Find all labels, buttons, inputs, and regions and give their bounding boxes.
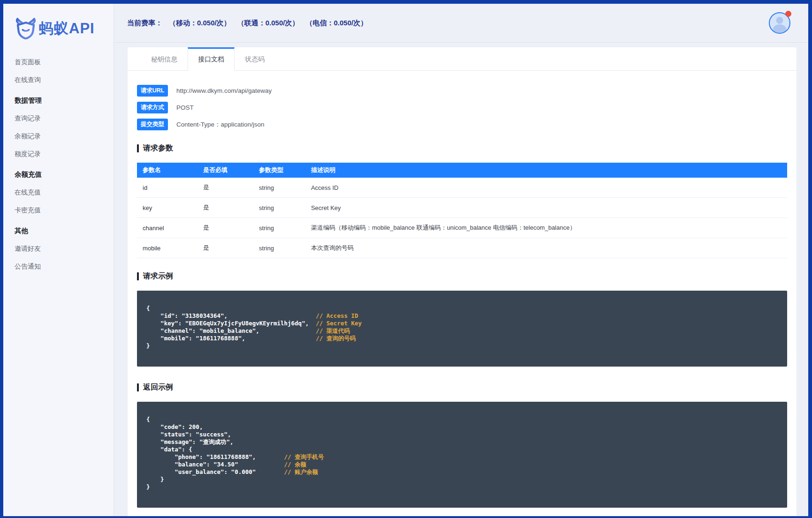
code-comment: // Secret Key xyxy=(316,320,362,327)
browser-chrome-artifact-line xyxy=(206,3,348,4)
sidebar-item-在线查询[interactable]: 在线查询 xyxy=(3,71,114,89)
table-cell: id xyxy=(137,178,197,198)
table-cell: key xyxy=(137,198,197,218)
sidebar-section-header: 余额充值 xyxy=(3,165,114,184)
sidebar-section-header: 数据管理 xyxy=(3,91,114,110)
section-bar xyxy=(137,272,139,280)
table-cell: string xyxy=(253,218,305,238)
params-table-body: id是stringAccess IDkey是stringSecret Keych… xyxy=(137,178,787,258)
sidebar-item-额度记录[interactable]: 额度记录 xyxy=(3,145,114,163)
sidebar: 蚂蚁API 首页面板在线查询数据管理查询记录余额记录额度记录余额充值在线充值卡密… xyxy=(3,4,114,516)
brand-name: 蚂蚁API xyxy=(39,19,95,38)
table-header-cell: 参数名 xyxy=(137,163,197,178)
code-line: } xyxy=(146,342,778,350)
response-example-code: { "code": 200, "status": "success", "mes… xyxy=(137,402,787,508)
table-cell: string xyxy=(253,178,305,198)
tab-状态码[interactable]: 状态码 xyxy=(235,47,275,70)
tab-bar: 秘钥信息接口文档状态码 xyxy=(128,47,797,71)
section-title-text: 请求参数 xyxy=(143,143,173,153)
code-line: } xyxy=(146,476,778,483)
code-text: { xyxy=(146,416,150,423)
code-text: "key": "EBOEGqUx7yIjcFyU8egvKEyrmilhj6dq… xyxy=(146,320,316,327)
request-info-value: http://www.dkym.com/api/gateway xyxy=(176,87,272,94)
brand-logo[interactable]: 蚂蚁API xyxy=(3,4,114,46)
sidebar-item-余额记录[interactable]: 余额记录 xyxy=(3,128,114,145)
sidebar-item-查询记录[interactable]: 查询记录 xyxy=(3,110,114,128)
code-text: { xyxy=(146,305,150,312)
code-comment: // 查询的号码 xyxy=(316,335,356,342)
tab-接口文档[interactable]: 接口文档 xyxy=(188,47,235,71)
params-section-title: 请求参数 xyxy=(137,143,787,153)
table-cell: string xyxy=(253,198,305,218)
params-table: 参数名是否必填参数类型描述说明 id是stringAccess IDkey是st… xyxy=(137,163,787,258)
request-info-row: 请求URLhttp://www.dkym.com/api/gateway xyxy=(137,85,787,97)
table-cell: channel xyxy=(137,218,197,238)
main-column: 当前费率： （移动：0.050/次）（联通：0.050/次）（电信：0.050/… xyxy=(114,4,808,516)
table-cell: 是 xyxy=(197,198,253,218)
params-table-header-row: 参数名是否必填参数类型描述说明 xyxy=(137,163,787,178)
user-avatar[interactable] xyxy=(769,12,790,34)
request-example-title: 请求示例 xyxy=(137,271,787,281)
code-text: "data": { xyxy=(146,446,192,453)
main-content: 秘钥信息接口文档状态码 请求URLhttp://www.dkym.com/api… xyxy=(114,43,808,518)
request-info-row: 提交类型Content-Type：application/json xyxy=(137,119,787,130)
code-line: "user_balance": "0.000" // 账户余额 xyxy=(146,468,778,476)
code-comment: // 账户余额 xyxy=(284,468,319,475)
sidebar-item-邀请好友[interactable]: 邀请好友 xyxy=(3,240,114,258)
ant-icon xyxy=(14,18,38,39)
table-cell: Secret Key xyxy=(305,198,787,218)
section-title-text: 返回示例 xyxy=(143,383,173,392)
table-cell: mobile xyxy=(137,238,197,258)
table-row: id是stringAccess ID xyxy=(137,178,787,198)
code-line: "balance": "34.50" // 余额 xyxy=(146,461,778,468)
sidebar-item-在线充值[interactable]: 在线充值 xyxy=(3,184,114,202)
code-text: "message": "查询成功", xyxy=(146,438,233,445)
sidebar-item-首页面板[interactable]: 首页面板 xyxy=(3,53,114,71)
code-line: "mobile": "18611768888", // 查询的号码 xyxy=(146,335,778,342)
code-text: "user_balance": "0.000" xyxy=(146,468,284,475)
section-bar xyxy=(137,383,139,391)
table-cell: 是 xyxy=(197,178,253,198)
table-cell: string xyxy=(253,238,305,258)
code-text: "code": 200, xyxy=(146,423,203,430)
table-row: mobile是string本次查询的号码 xyxy=(137,238,787,258)
rate-label: 当前费率： xyxy=(127,19,162,28)
code-line: { xyxy=(146,416,778,423)
code-line: "channel": "mobile_balance", // 渠道代码 xyxy=(146,327,778,335)
sidebar-section-header: 其他 xyxy=(3,222,114,240)
request-info-value: Content-Type：application/json xyxy=(176,120,265,129)
code-text: } xyxy=(146,342,150,349)
code-comment: // 查询手机号 xyxy=(284,453,324,460)
request-info-badge: 请求方式 xyxy=(137,102,168,113)
code-line: "key": "EBOEGqUx7yIjcFyU8egvKEyrmilhj6dq… xyxy=(146,320,778,327)
avatar-body-shape xyxy=(773,24,786,34)
request-info-badge: 提交类型 xyxy=(137,119,168,130)
code-line: "phone": "18611768888", // 查询手机号 xyxy=(146,453,778,461)
request-example-code: { "id": "3138034364", // Access ID "key"… xyxy=(137,291,787,367)
card-body: 请求URLhttp://www.dkym.com/api/gateway请求方式… xyxy=(128,71,797,518)
request-info-badge: 请求URL xyxy=(137,85,168,97)
avatar-head-shape xyxy=(776,17,783,24)
request-info-list: 请求URLhttp://www.dkym.com/api/gateway请求方式… xyxy=(137,85,787,130)
rate-item: （联通：0.050/次） xyxy=(237,19,299,28)
sidebar-item-卡密充值[interactable]: 卡密充值 xyxy=(3,202,114,219)
code-text: "balance": "34.50" xyxy=(146,461,284,468)
rate-item: （移动：0.050/次） xyxy=(169,19,231,28)
code-comment: // 余额 xyxy=(284,461,307,468)
sidebar-item-公告通知[interactable]: 公告通知 xyxy=(3,258,114,276)
code-line: "id": "3138034364", // Access ID xyxy=(146,312,778,320)
response-example-title: 返回示例 xyxy=(137,383,787,392)
code-text: "status": "success", xyxy=(146,431,231,438)
code-text: "phone": "18611768888", xyxy=(146,453,284,460)
rate-list: （移动：0.050/次）（联通：0.050/次）（电信：0.050/次） xyxy=(162,19,367,28)
request-info-row: 请求方式POST xyxy=(137,102,787,113)
code-line: { xyxy=(146,305,778,312)
code-line: } xyxy=(146,483,778,491)
tab-秘钥信息[interactable]: 秘钥信息 xyxy=(141,47,188,70)
content-card: 秘钥信息接口文档状态码 请求URLhttp://www.dkym.com/api… xyxy=(128,47,797,518)
table-row: channel是string渠道编码（移动编码：mobile_balance 联… xyxy=(137,218,787,238)
code-text: "id": "3138034364", xyxy=(146,312,316,319)
table-cell: 是 xyxy=(197,218,253,238)
code-comment: // 渠道代码 xyxy=(316,327,350,334)
code-text: "mobile": "18611768888", xyxy=(146,335,316,342)
